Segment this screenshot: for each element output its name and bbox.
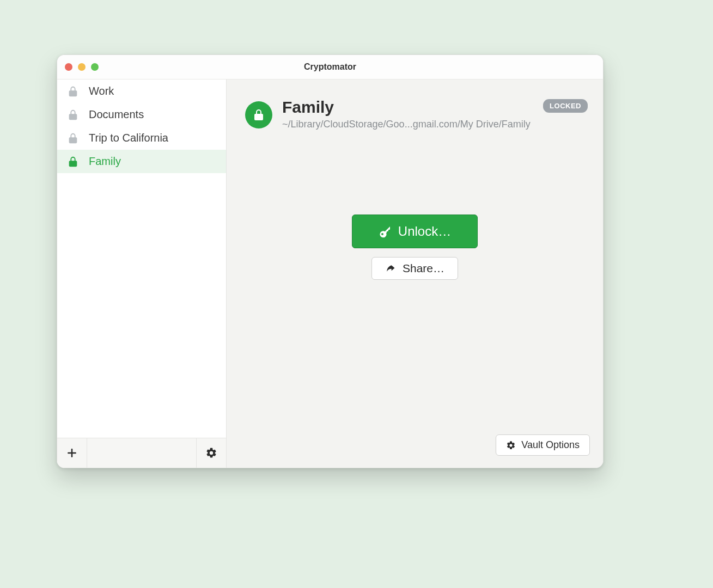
window-body: WorkDocumentsTrip to CaliforniaFamily: [57, 79, 603, 468]
share-icon: [385, 263, 396, 274]
plus-icon: [66, 448, 77, 458]
vault-header-text: Family ~/Library/CloudStorage/Goo...gmai…: [282, 98, 533, 130]
sidebar-footer: [57, 438, 226, 468]
window-controls: [65, 55, 99, 79]
sidebar-item-vault[interactable]: Family: [57, 150, 226, 173]
app-window: Cryptomator WorkDocumentsTrip to Califor…: [57, 54, 604, 468]
minimize-window-button[interactable]: [78, 63, 86, 71]
titlebar: Cryptomator: [57, 55, 603, 79]
lock-icon: [67, 85, 79, 97]
sidebar-item-vault[interactable]: Work: [57, 79, 226, 103]
unlock-button[interactable]: Unlock…: [352, 215, 478, 248]
gear-icon: [205, 447, 217, 459]
vault-options-button[interactable]: Vault Options: [496, 434, 590, 456]
sidebar-item-vault[interactable]: Trip to California: [57, 126, 226, 150]
add-vault-button[interactable]: [57, 438, 87, 468]
sidebar-item-label: Trip to California: [89, 132, 168, 144]
vault-options-label: Vault Options: [521, 439, 580, 451]
vault-path: ~/Library/CloudStorage/Goo...gmail.com/M…: [282, 119, 533, 130]
status-badge: LOCKED: [543, 99, 588, 113]
sidebar: WorkDocumentsTrip to CaliforniaFamily: [57, 79, 227, 468]
lock-icon: [67, 132, 79, 144]
sidebar-item-label: Family: [89, 155, 121, 168]
share-button-label: Share…: [403, 262, 444, 275]
window-title: Cryptomator: [304, 62, 356, 72]
unlock-button-label: Unlock…: [398, 224, 451, 239]
detail-pane: Family ~/Library/CloudStorage/Goo...gmai…: [227, 79, 603, 468]
vault-status-icon: [245, 101, 272, 128]
lock-icon: [67, 109, 79, 121]
zoom-window-button[interactable]: [91, 63, 99, 71]
key-icon: [379, 225, 392, 238]
share-button[interactable]: Share…: [371, 257, 458, 280]
close-window-button[interactable]: [65, 63, 72, 71]
preferences-button[interactable]: [197, 438, 226, 468]
vault-header: Family ~/Library/CloudStorage/Goo...gmai…: [227, 79, 603, 130]
lock-icon: [252, 108, 265, 121]
sidebar-footer-spacer: [87, 438, 197, 468]
vault-title: Family: [282, 98, 533, 117]
gear-icon: [506, 440, 516, 450]
sidebar-item-label: Documents: [89, 108, 144, 121]
center-actions: Unlock… Share…: [227, 215, 603, 280]
vault-list: WorkDocumentsTrip to CaliforniaFamily: [57, 79, 226, 438]
sidebar-item-vault[interactable]: Documents: [57, 103, 226, 126]
lock-icon: [67, 156, 79, 168]
sidebar-item-label: Work: [89, 85, 114, 97]
bottom-right-actions: Vault Options: [496, 434, 590, 456]
